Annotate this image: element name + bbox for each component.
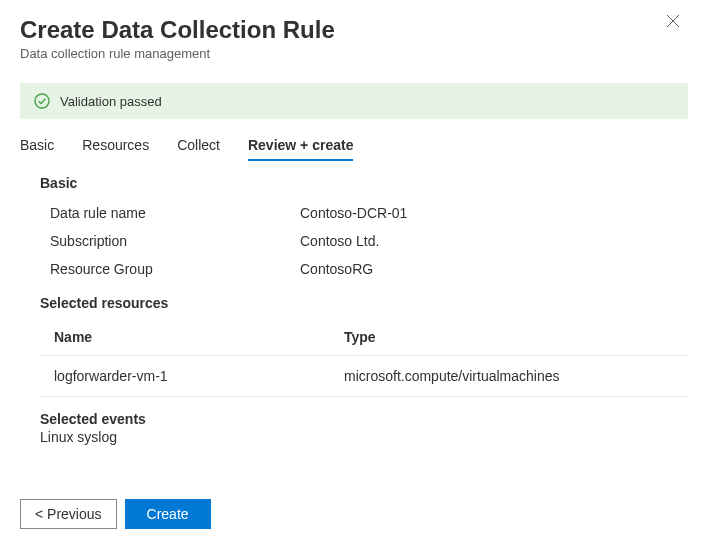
tabs: Basic Resources Collect Review + create	[0, 127, 708, 161]
tab-review-create[interactable]: Review + create	[248, 137, 353, 161]
field-label: Resource Group	[50, 261, 300, 277]
selected-events-value: Linux syslog	[40, 429, 688, 445]
field-subscription: Subscription Contoso Ltd.	[40, 227, 688, 255]
selected-resources-heading: Selected resources	[40, 295, 688, 311]
svg-point-2	[35, 94, 49, 108]
row-type: microsoft.compute/virtualmachines	[344, 368, 560, 384]
field-label: Data rule name	[50, 205, 300, 221]
page-title: Create Data Collection Rule	[20, 16, 688, 44]
panel-header: Create Data Collection Rule Data collect…	[0, 0, 708, 69]
table-row: logforwarder-vm-1 microsoft.compute/virt…	[40, 356, 688, 397]
selected-events: Selected events Linux syslog	[40, 411, 688, 445]
check-icon	[34, 93, 50, 109]
page-subtitle: Data collection rule management	[20, 46, 688, 61]
tab-resources[interactable]: Resources	[82, 137, 149, 161]
validation-banner: Validation passed	[20, 83, 688, 119]
field-data-rule-name: Data rule name Contoso-DCR-01	[40, 199, 688, 227]
field-value: Contoso Ltd.	[300, 233, 379, 249]
table-header: Name Type	[40, 319, 688, 356]
basic-heading: Basic	[40, 175, 688, 191]
content-area: Basic Data rule name Contoso-DCR-01 Subs…	[0, 161, 708, 465]
close-icon	[666, 14, 680, 28]
row-name: logforwarder-vm-1	[54, 368, 344, 384]
field-resource-group: Resource Group ContosoRG	[40, 255, 688, 283]
tab-collect[interactable]: Collect	[177, 137, 220, 161]
field-value: Contoso-DCR-01	[300, 205, 407, 221]
column-type: Type	[344, 329, 376, 345]
field-label: Subscription	[50, 233, 300, 249]
footer: < Previous Create	[20, 499, 211, 529]
close-button[interactable]	[666, 14, 686, 34]
create-button[interactable]: Create	[125, 499, 211, 529]
column-name: Name	[54, 329, 344, 345]
selected-events-heading: Selected events	[40, 411, 688, 427]
field-value: ContosoRG	[300, 261, 373, 277]
previous-button[interactable]: < Previous	[20, 499, 117, 529]
validation-message: Validation passed	[60, 94, 162, 109]
tab-basic[interactable]: Basic	[20, 137, 54, 161]
